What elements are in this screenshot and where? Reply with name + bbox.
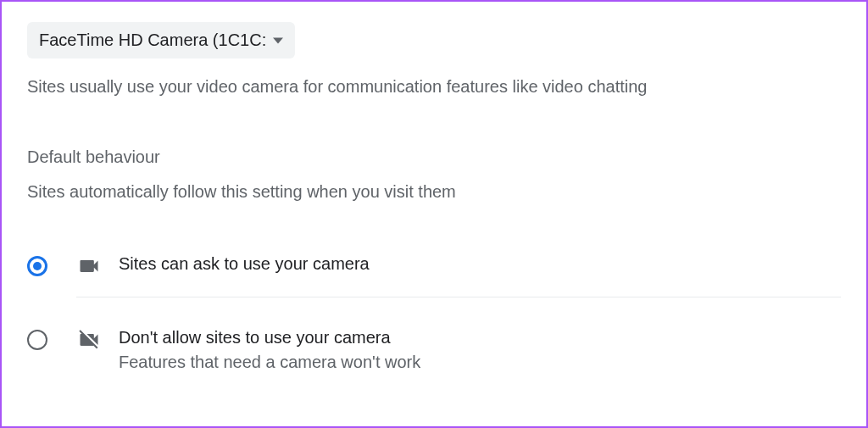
camera-dropdown[interactable]: FaceTime HD Camera (1C1C:: [27, 22, 295, 58]
chevron-down-icon: [273, 36, 283, 46]
default-behavior-subtitle: Sites automatically follow this setting …: [27, 182, 841, 202]
radio-button[interactable]: [27, 330, 47, 350]
option-dont-allow[interactable]: Don't allow sites to use your camera Fea…: [27, 313, 841, 387]
videocam-off-icon: [77, 328, 101, 352]
option-label: Don't allow sites to use your camera: [119, 328, 420, 347]
option-sublabel: Features that need a camera won't work: [119, 353, 420, 372]
default-behavior-heading: Default behaviour: [27, 147, 841, 167]
videocam-icon: [77, 254, 101, 278]
radio-button[interactable]: [27, 256, 47, 276]
camera-description: Sites usually use your video camera for …: [27, 77, 841, 97]
camera-dropdown-label: FaceTime HD Camera (1C1C:: [39, 31, 266, 50]
default-behavior-options: Sites can ask to use your camera Don't a…: [27, 239, 841, 387]
option-label: Sites can ask to use your camera: [119, 254, 370, 274]
option-sites-can-ask[interactable]: Sites can ask to use your camera: [27, 239, 841, 313]
